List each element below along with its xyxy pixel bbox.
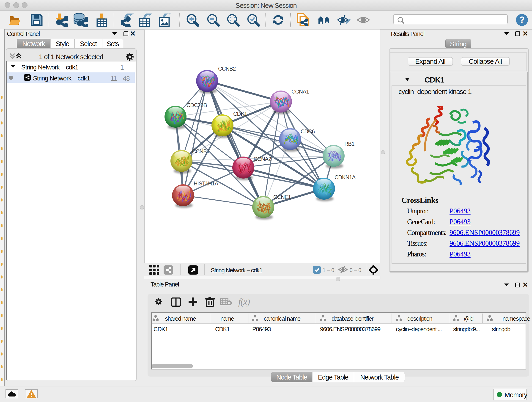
svg-text:?: ? (519, 15, 525, 25)
svg-text:HIST1H1A: HIST1H1A (194, 180, 218, 186)
svg-text:CCNB1: CCNB1 (192, 148, 210, 154)
svg-text:CCNA2: CCNA2 (254, 156, 271, 162)
svg-text:CCNA1: CCNA1 (291, 89, 309, 95)
svg-text:CDC25B: CDC25B (186, 102, 207, 108)
svg-text:CDK1: CDK1 (233, 111, 247, 117)
svg-text:CCNB2: CCNB2 (218, 65, 236, 72)
svg-text:CDKN1A: CDKN1A (335, 174, 355, 180)
svg-text:RB1: RB1 (344, 141, 355, 147)
svg-text:CCNE1: CCNE1 (273, 194, 291, 200)
svg-text:CDC6: CDC6 (301, 128, 315, 134)
